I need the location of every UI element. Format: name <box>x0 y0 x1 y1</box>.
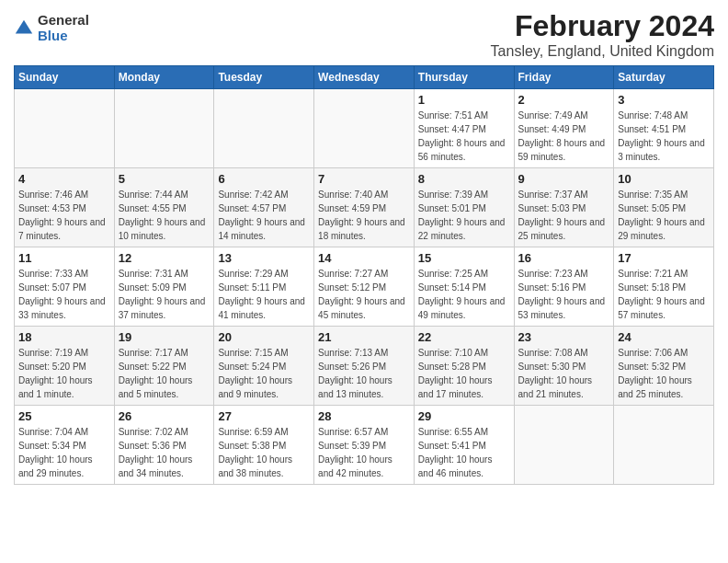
day-number: 11 <box>18 251 110 265</box>
day-number: 28 <box>318 409 410 423</box>
day-detail: Sunrise: 7:35 AMSunset: 5:05 PMDaylight:… <box>618 188 710 243</box>
calendar-cell: 24Sunrise: 7:06 AMSunset: 5:32 PMDayligh… <box>614 327 714 406</box>
subtitle: Tansley, England, United Kingdom <box>491 43 714 60</box>
day-header-wednesday: Wednesday <box>314 66 415 89</box>
svg-marker-0 <box>16 19 32 33</box>
calendar-cell <box>15 89 115 168</box>
logo-general: General <box>38 13 89 29</box>
calendar-cell: 20Sunrise: 7:15 AMSunset: 5:24 PMDayligh… <box>214 327 314 406</box>
day-detail: Sunrise: 7:48 AMSunset: 4:51 PMDaylight:… <box>618 109 710 164</box>
calendar-cell <box>614 406 714 485</box>
day-number: 9 <box>518 172 610 186</box>
day-detail: Sunrise: 7:06 AMSunset: 5:32 PMDaylight:… <box>618 346 710 401</box>
day-detail: Sunrise: 7:25 AMSunset: 5:14 PMDaylight:… <box>418 267 510 322</box>
calendar-cell: 29Sunrise: 6:55 AMSunset: 5:41 PMDayligh… <box>414 406 514 485</box>
calendar-week-row: 1Sunrise: 7:51 AMSunset: 4:47 PMDaylight… <box>15 89 714 168</box>
day-detail: Sunrise: 7:39 AMSunset: 5:01 PMDaylight:… <box>418 188 510 243</box>
day-number: 21 <box>318 330 410 344</box>
day-number: 23 <box>518 330 610 344</box>
day-header-monday: Monday <box>114 66 214 89</box>
day-detail: Sunrise: 7:21 AMSunset: 5:18 PMDaylight:… <box>618 267 710 322</box>
day-detail: Sunrise: 7:51 AMSunset: 4:47 PMDaylight:… <box>418 109 510 164</box>
calendar-cell: 27Sunrise: 6:59 AMSunset: 5:38 PMDayligh… <box>214 406 314 485</box>
calendar-cell <box>114 89 214 168</box>
day-number: 25 <box>18 409 110 423</box>
day-header-saturday: Saturday <box>614 66 714 89</box>
calendar-cell: 18Sunrise: 7:19 AMSunset: 5:20 PMDayligh… <box>15 327 115 406</box>
day-detail: Sunrise: 6:55 AMSunset: 5:41 PMDaylight:… <box>418 425 510 480</box>
day-detail: Sunrise: 7:37 AMSunset: 5:03 PMDaylight:… <box>518 188 610 243</box>
calendar-cell: 11Sunrise: 7:33 AMSunset: 5:07 PMDayligh… <box>15 247 115 327</box>
calendar-cell: 22Sunrise: 7:10 AMSunset: 5:28 PMDayligh… <box>414 327 514 406</box>
day-detail: Sunrise: 7:23 AMSunset: 5:16 PMDaylight:… <box>518 267 610 322</box>
main-title: February 2024 <box>491 9 714 43</box>
day-number: 14 <box>318 251 410 265</box>
day-header-sunday: Sunday <box>15 66 115 89</box>
calendar-cell: 16Sunrise: 7:23 AMSunset: 5:16 PMDayligh… <box>514 247 614 327</box>
calendar-cell: 2Sunrise: 7:49 AMSunset: 4:49 PMDaylight… <box>514 89 614 168</box>
calendar-cell: 19Sunrise: 7:17 AMSunset: 5:22 PMDayligh… <box>114 327 214 406</box>
day-number: 10 <box>618 172 710 186</box>
day-detail: Sunrise: 7:40 AMSunset: 4:59 PMDaylight:… <box>318 188 410 243</box>
day-detail: Sunrise: 7:46 AMSunset: 4:53 PMDaylight:… <box>18 188 110 243</box>
day-number: 3 <box>618 93 710 107</box>
day-header-friday: Friday <box>514 66 614 89</box>
day-detail: Sunrise: 6:57 AMSunset: 5:39 PMDaylight:… <box>318 425 410 480</box>
day-number: 17 <box>618 251 710 265</box>
calendar-cell: 12Sunrise: 7:31 AMSunset: 5:09 PMDayligh… <box>114 247 214 327</box>
day-detail: Sunrise: 7:31 AMSunset: 5:09 PMDaylight:… <box>119 267 210 322</box>
calendar-cell: 28Sunrise: 6:57 AMSunset: 5:39 PMDayligh… <box>314 406 415 485</box>
calendar-cell: 10Sunrise: 7:35 AMSunset: 5:05 PMDayligh… <box>614 168 714 247</box>
day-detail: Sunrise: 7:15 AMSunset: 5:24 PMDaylight:… <box>218 346 310 401</box>
calendar-cell: 25Sunrise: 7:04 AMSunset: 5:34 PMDayligh… <box>15 406 115 485</box>
page-header: General Blue February 2024 Tansley, Engl… <box>14 9 714 60</box>
logo-text: General Blue <box>38 13 89 43</box>
day-number: 29 <box>418 409 510 423</box>
calendar-header-row: SundayMondayTuesdayWednesdayThursdayFrid… <box>15 66 714 89</box>
calendar-cell: 6Sunrise: 7:42 AMSunset: 4:57 PMDaylight… <box>214 168 314 247</box>
day-detail: Sunrise: 7:49 AMSunset: 4:49 PMDaylight:… <box>518 109 610 164</box>
calendar-cell: 23Sunrise: 7:08 AMSunset: 5:30 PMDayligh… <box>514 327 614 406</box>
day-number: 26 <box>119 409 210 423</box>
calendar-cell: 8Sunrise: 7:39 AMSunset: 5:01 PMDaylight… <box>414 168 514 247</box>
day-detail: Sunrise: 7:27 AMSunset: 5:12 PMDaylight:… <box>318 267 410 322</box>
day-number: 4 <box>18 172 110 186</box>
day-number: 22 <box>418 330 510 344</box>
calendar-cell: 9Sunrise: 7:37 AMSunset: 5:03 PMDaylight… <box>514 168 614 247</box>
day-detail: Sunrise: 7:33 AMSunset: 5:07 PMDaylight:… <box>18 267 110 322</box>
calendar-cell: 5Sunrise: 7:44 AMSunset: 4:55 PMDaylight… <box>114 168 214 247</box>
day-number: 7 <box>318 172 410 186</box>
day-number: 13 <box>218 251 310 265</box>
day-number: 27 <box>218 409 310 423</box>
day-detail: Sunrise: 6:59 AMSunset: 5:38 PMDaylight:… <box>218 425 310 480</box>
calendar-cell: 7Sunrise: 7:40 AMSunset: 4:59 PMDaylight… <box>314 168 415 247</box>
calendar-cell: 4Sunrise: 7:46 AMSunset: 4:53 PMDaylight… <box>15 168 115 247</box>
day-detail: Sunrise: 7:13 AMSunset: 5:26 PMDaylight:… <box>318 346 410 401</box>
day-detail: Sunrise: 7:02 AMSunset: 5:36 PMDaylight:… <box>119 425 210 480</box>
day-number: 20 <box>218 330 310 344</box>
day-detail: Sunrise: 7:29 AMSunset: 5:11 PMDaylight:… <box>218 267 310 322</box>
logo-blue: Blue <box>38 29 89 44</box>
day-detail: Sunrise: 7:10 AMSunset: 5:28 PMDaylight:… <box>418 346 510 401</box>
calendar-cell: 26Sunrise: 7:02 AMSunset: 5:36 PMDayligh… <box>114 406 214 485</box>
calendar-cell: 15Sunrise: 7:25 AMSunset: 5:14 PMDayligh… <box>414 247 514 327</box>
day-number: 12 <box>119 251 210 265</box>
day-number: 6 <box>218 172 310 186</box>
calendar-table: SundayMondayTuesdayWednesdayThursdayFrid… <box>14 65 714 485</box>
calendar-cell <box>514 406 614 485</box>
day-detail: Sunrise: 7:17 AMSunset: 5:22 PMDaylight:… <box>119 346 210 401</box>
day-number: 19 <box>119 330 210 344</box>
day-detail: Sunrise: 7:04 AMSunset: 5:34 PMDaylight:… <box>18 425 110 480</box>
day-number: 16 <box>518 251 610 265</box>
day-number: 15 <box>418 251 510 265</box>
calendar-cell: 3Sunrise: 7:48 AMSunset: 4:51 PMDaylight… <box>614 89 714 168</box>
calendar-cell <box>214 89 314 168</box>
day-header-tuesday: Tuesday <box>214 66 314 89</box>
calendar-week-row: 11Sunrise: 7:33 AMSunset: 5:07 PMDayligh… <box>15 247 714 327</box>
day-number: 24 <box>618 330 710 344</box>
day-detail: Sunrise: 7:19 AMSunset: 5:20 PMDaylight:… <box>18 346 110 401</box>
calendar-week-row: 18Sunrise: 7:19 AMSunset: 5:20 PMDayligh… <box>15 327 714 406</box>
day-number: 2 <box>518 93 610 107</box>
calendar-cell: 1Sunrise: 7:51 AMSunset: 4:47 PMDaylight… <box>414 89 514 168</box>
calendar-cell <box>314 89 415 168</box>
